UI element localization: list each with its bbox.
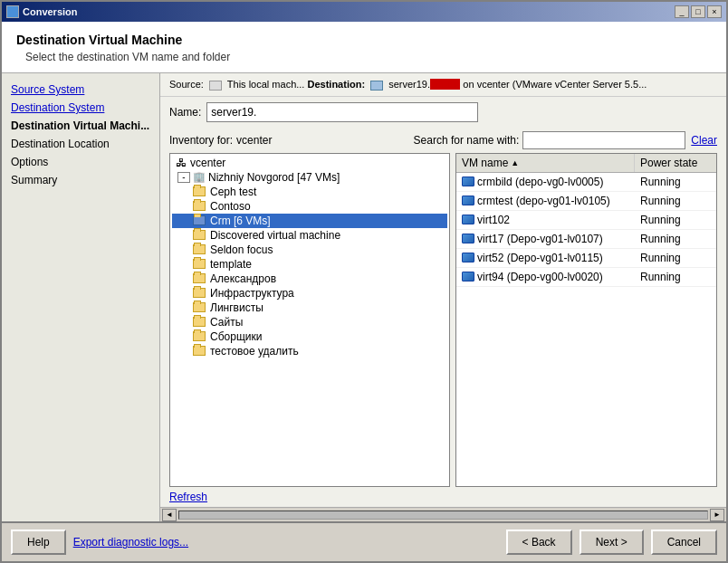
sidebar-item-summary: Summary (2, 171, 159, 189)
vm-icon (462, 234, 474, 243)
tree-node-template[interactable]: template (172, 257, 447, 272)
title-bar: Conversion _ □ × (2, 2, 726, 22)
maximize-button[interactable]: □ (691, 5, 705, 18)
vm-rows: crmbild (depo-vg0-lv0005) Running crmtes… (456, 173, 716, 486)
refresh-button[interactable]: Refresh (169, 491, 207, 503)
scroll-right-button[interactable]: ► (710, 509, 724, 521)
source-label: This local mach... (227, 79, 305, 90)
tree-node-infra[interactable]: Инфраструктура (172, 286, 447, 301)
inventory-label: Inventory for: (169, 134, 233, 147)
next-button[interactable]: Next > (580, 530, 644, 555)
tree-node-label: Ceph test (210, 186, 256, 198)
folder-icon-selected (192, 215, 206, 227)
sidebar-item-destination-vm: Destination Virtual Machi... (2, 117, 159, 135)
folder-icon (192, 243, 206, 256)
export-diagnostic-logs-button[interactable]: Export diagnostic logs... (73, 536, 188, 549)
tree-node-ceph[interactable]: Ceph test (172, 185, 447, 199)
destination-label: server19.■■■■■ on vcenter (VMware vCente… (388, 79, 647, 90)
page-header: Destination Virtual Machine Select the d… (2, 22, 726, 73)
inventory-row: Inventory for: vcenter Search for name w… (160, 128, 726, 153)
search-label: Search for name with: (414, 134, 520, 147)
tree-node-label: vcenter (190, 157, 225, 169)
table-row[interactable]: virt17 (Depo-vg01-lv0107) Running (456, 230, 716, 249)
page-title: Destination Virtual Machine (16, 33, 712, 47)
tree-node-label: Seldon focus (210, 243, 273, 256)
power-state-column-header[interactable]: Power state (635, 154, 716, 172)
tree-node-alexandrov[interactable]: Александров (172, 272, 447, 286)
search-input[interactable] (522, 131, 685, 149)
tree-node-label: template (210, 258, 252, 271)
source-bar: Source: This local mach... Destination: … (160, 73, 726, 97)
vm-icon (462, 215, 474, 224)
main-content: Source System Destination System Destina… (2, 73, 726, 521)
name-input[interactable] (206, 102, 478, 122)
folder-icon (192, 301, 206, 314)
table-row[interactable]: virt52 (Depo-vg01-lv0115) Running (456, 249, 716, 268)
vm-name-column-header[interactable]: VM name ▲ (456, 154, 635, 172)
folder-icon (192, 287, 206, 300)
tree-node-label: Лингвисты (210, 301, 263, 314)
tree-node-label: Discovered virtual machine (210, 229, 340, 242)
help-button[interactable]: Help (11, 530, 66, 555)
window-title: Conversion (23, 6, 78, 17)
window-controls: _ □ × (675, 5, 722, 18)
folder-icon (192, 200, 206, 213)
tree-node-crm[interactable]: Crm [6 VMs] (172, 214, 447, 228)
tree-node-discovered[interactable]: Discovered virtual machine (172, 228, 447, 243)
folder-icon (192, 345, 206, 358)
folder-icon (192, 330, 206, 343)
conversion-window: Conversion _ □ × Destination Virtual Mac… (0, 0, 728, 563)
table-row[interactable]: crmbild (depo-vg0-lv0005) Running (456, 173, 716, 192)
sidebar: Source System Destination System Destina… (2, 73, 160, 521)
toggle-minus[interactable]: - (177, 172, 190, 183)
tree-node-vcenter[interactable]: 🖧 vcenter (172, 156, 447, 170)
tree-node-label: тестовое удалить (210, 345, 299, 358)
destination-prefix: Destination: (308, 79, 369, 90)
sidebar-item-source-system[interactable]: Source System (2, 81, 159, 99)
tree-node-lingvisty[interactable]: Лингвисты (172, 301, 447, 315)
destination-icon (370, 81, 383, 91)
tree-node-nizhniy[interactable]: - 🏢 Nizhniy Novgorod [47 VMs] (172, 170, 447, 185)
scroll-left-button[interactable]: ◄ (162, 509, 177, 521)
cancel-button[interactable]: Cancel (651, 530, 717, 555)
sidebar-item-options: Options (2, 153, 159, 171)
tree-node-label: Contoso (210, 200, 251, 213)
folder-icon (192, 229, 206, 242)
tree-node-seldon[interactable]: Seldon focus (172, 243, 447, 257)
page-subtitle: Select the destination VM name and folde… (16, 51, 712, 63)
tree-node-contoso[interactable]: Contoso (172, 199, 447, 214)
app-icon (6, 5, 19, 18)
datacenter-icon: 🏢 (192, 171, 206, 184)
table-row[interactable]: crmtest (depo-vg01-lv0105) Running (456, 192, 716, 211)
tree-node-sayty[interactable]: Сайты (172, 315, 447, 329)
vm-icon (462, 196, 474, 205)
back-button[interactable]: < Back (506, 530, 572, 555)
name-label: Name: (169, 106, 201, 119)
scrollbar-track[interactable] (178, 511, 708, 520)
minimize-button[interactable]: _ (675, 5, 689, 18)
clear-button[interactable]: Clear (691, 134, 717, 147)
vm-grid: VM name ▲ Power state crmbild (depo-vg0-… (455, 153, 717, 487)
tree-node-label: Инфраструктура (210, 287, 294, 300)
vm-icon (462, 177, 474, 186)
name-row: Name: (160, 97, 726, 128)
tree-node-label: Сборщики (210, 330, 262, 343)
tree-node-label: Nizhniy Novgorod [47 VMs] (208, 171, 340, 184)
vm-grid-header: VM name ▲ Power state (456, 154, 716, 173)
tree-panel[interactable]: 🖧 vcenter - 🏢 Nizhniy Novgorod [47 VMs] (169, 153, 450, 487)
tree-node-sborshiki[interactable]: Сборщики (172, 329, 447, 344)
tree-node-testovoe[interactable]: тестовое удалить (172, 344, 447, 358)
close-button[interactable]: × (707, 5, 722, 18)
horizontal-scrollbar: ◄ ► (160, 507, 726, 521)
source-icon (209, 81, 222, 91)
folder-icon (192, 316, 206, 329)
panels: 🖧 vcenter - 🏢 Nizhniy Novgorod [47 VMs] (160, 153, 726, 487)
vm-icon (462, 272, 474, 282)
sidebar-item-destination-system[interactable]: Destination System (2, 99, 159, 117)
sidebar-item-destination-location: Destination Location (2, 135, 159, 153)
sort-arrow-icon: ▲ (511, 158, 519, 167)
table-row[interactable]: virt102 Running (456, 211, 716, 230)
inventory-value: vcenter (236, 134, 272, 147)
tree-node-label: Сайты (210, 316, 243, 329)
table-row[interactable]: virt94 (Depo-vg00-lv0020) Running (456, 268, 716, 287)
